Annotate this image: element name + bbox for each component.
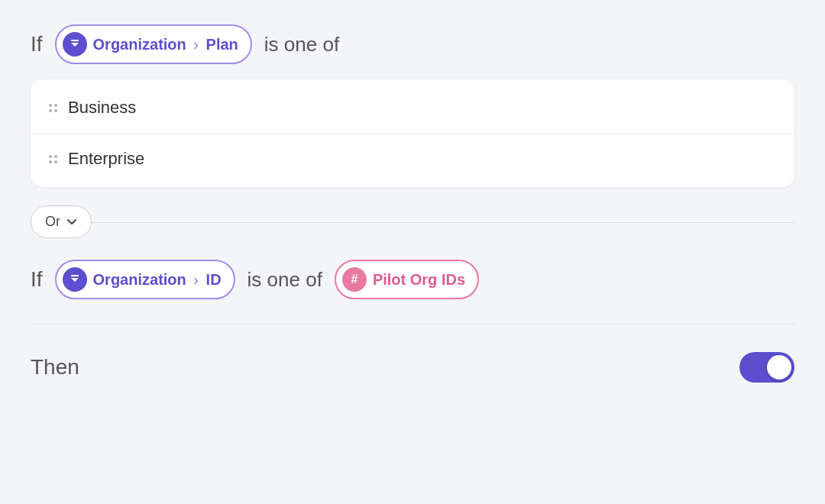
pilot-chip-label: Pilot Org IDs [373, 271, 465, 289]
option-label-business: Business [68, 98, 136, 118]
drag-dots [49, 104, 57, 112]
option-row-enterprise: Enterprise [31, 134, 794, 184]
then-row: Then [31, 346, 794, 389]
hash-icon: # [342, 267, 367, 292]
option-row-business: Business [31, 82, 794, 134]
or-button-label: Or [45, 214, 60, 230]
then-label: Then [31, 355, 79, 380]
field-chip-id[interactable]: Organization › ID [55, 260, 235, 299]
drag-handle-business[interactable] [49, 104, 57, 112]
drag-dot [54, 160, 57, 163]
drag-dots [49, 155, 57, 163]
toggle-thumb [767, 355, 791, 380]
drag-dot [54, 104, 57, 107]
drag-dot [54, 155, 57, 158]
field-chip-plan[interactable]: Organization › Plan [55, 24, 252, 64]
chevron-down-icon [66, 217, 77, 228]
then-toggle[interactable] [739, 352, 794, 383]
or-row: Or [31, 205, 794, 238]
or-button[interactable]: Or [31, 205, 92, 238]
drag-dot [49, 109, 52, 112]
separator-line [31, 324, 794, 325]
pilot-org-chip[interactable]: # Pilot Org IDs [335, 260, 479, 299]
download-icon-2 [63, 267, 87, 292]
drag-dot [54, 109, 57, 112]
drag-dot [49, 155, 52, 158]
svg-rect-1 [71, 275, 79, 276]
drag-dot [49, 104, 52, 107]
field-chip-id-text: Organization › ID [93, 271, 222, 289]
options-box: Business Enterprise [31, 79, 794, 187]
main-container: If Organization › Plan is one of [31, 24, 794, 389]
drag-dot [49, 160, 52, 163]
condition-row-2: If Organization › ID is one of # Pilot O… [31, 260, 794, 299]
operator-label-2: is one of [247, 268, 322, 292]
field-chip-plan-text: Organization › Plan [93, 36, 238, 53]
if-label-2: If [31, 267, 43, 292]
option-label-enterprise: Enterprise [68, 149, 144, 169]
operator-label-1: is one of [264, 33, 339, 57]
drag-handle-enterprise[interactable] [49, 155, 57, 163]
download-icon [63, 32, 87, 57]
if-label-1: If [31, 32, 43, 57]
svg-rect-0 [71, 40, 79, 41]
condition-row-1: If Organization › Plan is one of [31, 24, 794, 64]
